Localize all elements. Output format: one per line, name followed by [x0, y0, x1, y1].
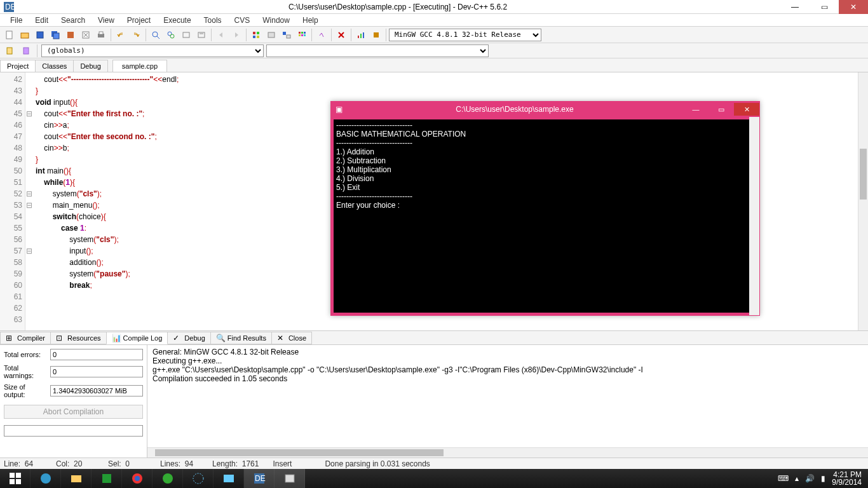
menu-project[interactable]: Project — [121, 15, 157, 26]
svg-rect-26 — [268, 32, 275, 37]
close-file-icon[interactable] — [79, 28, 93, 42]
member-select[interactable] — [266, 44, 489, 57]
taskbar-app-icon[interactable] — [183, 469, 214, 488]
replace-icon[interactable] — [164, 28, 178, 42]
insert-snippet-icon[interactable] — [3, 44, 17, 58]
find-next-icon[interactable] — [179, 28, 193, 42]
fold-column[interactable]: ⊟ ⊟⊟ ⊟ — [25, 72, 33, 330]
network-icon[interactable]: ▮ — [821, 474, 825, 483]
bottom-tab-compiler[interactable]: ⊞Compiler — [0, 332, 51, 344]
volume-icon[interactable]: 🔊 — [805, 474, 815, 483]
compile-run-icon[interactable] — [280, 28, 294, 42]
left-tab-debug[interactable]: Debug — [73, 60, 107, 72]
svg-rect-41 — [7, 48, 12, 54]
system-tray[interactable]: ⌨ ▴ 🔊 ▮ 4:21 PM9/9/2014 — [771, 471, 868, 486]
svg-rect-18 — [198, 32, 205, 37]
bottom-tab-debug[interactable]: ✓Debug — [167, 332, 210, 344]
svg-point-13 — [153, 32, 158, 37]
svg-rect-6 — [53, 33, 59, 39]
bottom-tab-close[interactable]: ✕Close — [271, 332, 312, 344]
taskbar-explorer-icon[interactable] — [61, 469, 92, 488]
print-icon[interactable] — [94, 28, 108, 42]
svg-rect-17 — [183, 32, 189, 37]
console-maximize-button[interactable]: ▭ — [709, 103, 734, 116]
tray-clock[interactable]: 4:21 PM9/9/2014 — [832, 471, 862, 486]
console-titlebar[interactable]: ▣ C:\Users\user\Desktop\sample.exe — ▭ ✕ — [331, 102, 759, 117]
keyboard-icon[interactable]: ⌨ — [778, 474, 789, 483]
goto-icon[interactable] — [194, 28, 208, 42]
svg-line-14 — [157, 36, 159, 39]
menu-search[interactable]: Search — [55, 15, 92, 26]
console-scrollbar[interactable] — [749, 117, 759, 315]
file-tab[interactable]: sample.cpp — [112, 60, 167, 72]
save-as-icon[interactable] — [64, 28, 78, 42]
forward-icon[interactable] — [229, 28, 243, 42]
bottom-tab-find-results[interactable]: 🔍Find Results — [210, 332, 272, 344]
editor-vertical-scrollbar[interactable] — [858, 72, 868, 330]
minimize-button[interactable]: — — [780, 0, 810, 14]
svg-point-47 — [41, 473, 51, 484]
bottom-tab-resources[interactable]: ⊡Resources — [50, 332, 107, 344]
svg-rect-49 — [102, 474, 111, 483]
clean-icon[interactable] — [369, 28, 383, 42]
bookmark-icon[interactable] — [19, 44, 33, 58]
profile-icon[interactable] — [354, 28, 368, 42]
compile-log-text[interactable]: General: MinGW GCC 4.8.1 32-bit Release … — [147, 345, 868, 458]
run-icon[interactable] — [264, 28, 278, 42]
taskbar-ie-icon[interactable] — [31, 469, 61, 488]
console-window[interactable]: ▣ C:\Users\user\Desktop\sample.exe — ▭ ✕… — [330, 101, 760, 316]
window-title: C:\Users\user\Desktop\sample.cpp - [Exec… — [15, 3, 780, 11]
abort-compilation-button[interactable]: Abort Compilation — [4, 405, 143, 419]
left-tab-classes[interactable]: Classes — [35, 60, 74, 72]
debug-icon[interactable] — [315, 28, 329, 42]
close-button[interactable]: ✕ — [839, 0, 868, 14]
scope-select[interactable]: (globals) — [41, 44, 264, 57]
redo-icon[interactable] — [129, 28, 143, 42]
log-horizontal-scrollbar[interactable] — [147, 447, 868, 458]
open-file-icon[interactable] — [18, 28, 32, 42]
console-minimize-button[interactable]: — — [683, 103, 709, 116]
app-icon: DEV — [3, 1, 15, 13]
bottom-tab-compile-log[interactable]: 📊Compile Log — [106, 332, 168, 344]
menu-help[interactable]: Help — [296, 15, 325, 26]
find-icon[interactable] — [149, 28, 163, 42]
compile-icon[interactable] — [249, 28, 263, 42]
svg-rect-12 — [99, 32, 103, 34]
taskbar-photos-icon[interactable] — [214, 469, 244, 488]
maximize-button[interactable]: ▭ — [810, 0, 839, 14]
taskbar-console-icon[interactable] — [275, 469, 305, 488]
bottom-tabs: ⊞Compiler⊡Resources📊Compile Log✓Debug🔍Fi… — [0, 331, 868, 345]
rebuild-icon[interactable] — [295, 28, 309, 42]
menu-execute[interactable]: Execute — [157, 15, 197, 26]
svg-rect-39 — [363, 32, 364, 38]
left-tab-project[interactable]: Project — [0, 60, 36, 72]
taskbar-store-icon[interactable] — [92, 469, 122, 488]
compiler-select[interactable]: MinGW GCC 4.8.1 32-bit Release — [389, 29, 541, 41]
menu-window[interactable]: Window — [256, 15, 296, 26]
svg-rect-37 — [358, 36, 359, 38]
menu-file[interactable]: File — [4, 15, 29, 26]
back-icon[interactable] — [214, 28, 228, 42]
menu-edit[interactable]: Edit — [29, 15, 55, 26]
taskbar-chrome-icon[interactable] — [122, 469, 153, 488]
compile-stats-pane: Total errors: Total warnings: Size of ou… — [0, 345, 147, 458]
save-all-icon[interactable] — [48, 28, 62, 42]
svg-rect-48 — [71, 475, 81, 482]
taskbar-utorrent-icon[interactable] — [153, 469, 183, 488]
menu-view[interactable]: View — [92, 15, 121, 26]
undo-icon[interactable] — [114, 28, 128, 42]
tray-chevron-icon[interactable]: ▴ — [795, 474, 799, 483]
taskbar-devcpp-icon[interactable]: DEV — [244, 469, 275, 488]
start-button[interactable] — [0, 469, 31, 488]
console-body[interactable]: ------------------------------ BASIC MAT… — [334, 119, 757, 313]
new-file-icon[interactable] — [3, 28, 17, 42]
svg-rect-29 — [299, 32, 301, 34]
menu-cvs[interactable]: CVS — [228, 15, 257, 26]
line-number-gutter: 4243444546474849505152535455565758596061… — [0, 72, 25, 330]
save-icon[interactable] — [33, 28, 47, 42]
svg-rect-25 — [257, 36, 259, 38]
menu-tools[interactable]: Tools — [198, 15, 228, 26]
console-close-button[interactable]: ✕ — [734, 103, 759, 116]
stop-icon[interactable] — [334, 28, 348, 42]
size-label: Size of output: — [4, 383, 46, 398]
